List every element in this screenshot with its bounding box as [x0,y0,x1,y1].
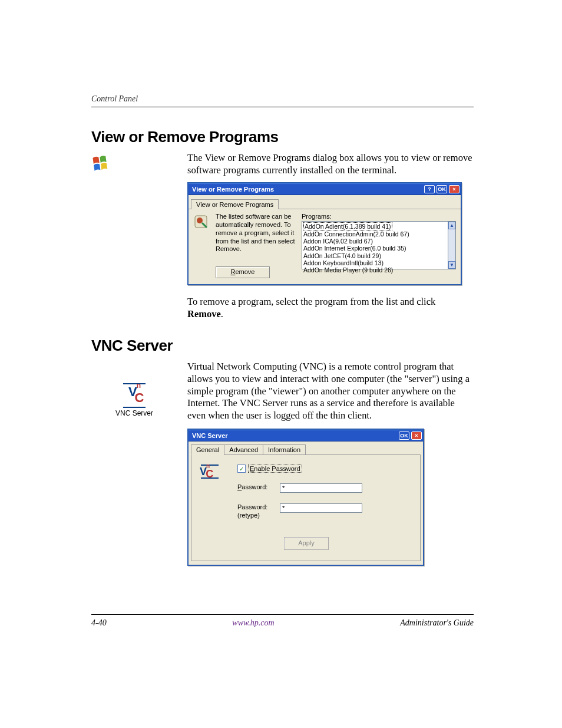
list-item[interactable]: Addon KeyboardIntl(build 13) [303,259,384,266]
footer-guide: Administrator's Guide [400,618,474,628]
ok-button[interactable]: OK [437,185,447,193]
windows-logo-icon [91,153,113,174]
programs-scrollbar[interactable]: ▲ ▼ [448,221,456,269]
section-heading-view-remove: View or Remove Programs [91,128,474,146]
page-number: 4-40 [91,618,107,628]
help-button[interactable]: ? [424,185,435,193]
programs-label: Programs: [302,213,456,220]
dialog1-title: View or Remove Programs [192,186,274,193]
close-button[interactable]: × [411,431,422,440]
ok-button[interactable]: OK [399,431,409,440]
section2-para1: Virtual Network Computing (VNC) is a rem… [187,361,474,421]
list-item[interactable]: AddOn Internet Explorer(6.0 build 35) [303,245,406,252]
password-retype-field[interactable]: * [280,503,362,513]
vnc-server-icon: Vn C VNC Server [108,383,161,417]
scroll-up-button[interactable]: ▲ [448,222,455,229]
page-footer: 4-40 www.hp.com Administrator's Guide [91,614,474,628]
close-button[interactable]: × [449,185,459,193]
tab-advanced[interactable]: Advanced [224,444,263,455]
vnc-server-dialog: VNC Server OK × GeneralAdvancedInformati… [187,429,424,565]
programs-listbox[interactable]: AddOn Adient(6.1.389 build 41) AddOn Con… [302,221,448,269]
scroll-down-button[interactable]: ▼ [448,261,455,269]
list-item[interactable]: AddOn Media Player (9 build 26) [303,266,393,274]
apply-button: Apply [284,537,329,550]
list-item[interactable]: AddOn JetCET(4.0 build 29) [303,252,381,259]
dialog2-titlebar: VNC Server OK × [189,430,423,442]
section1-para1: The View or Remove Programs dialog box a… [187,152,474,176]
password-label: Password: [237,483,272,491]
vnc-icon-caption: VNC Server [108,409,161,417]
list-item[interactable]: Addon ICA(9.02 build 67) [303,238,373,245]
dialog2-title: VNC Server [192,432,228,439]
section-heading-vnc: VNC Server [91,337,474,355]
view-remove-programs-dialog: View or Remove Programs ? OK × View or R… [187,182,462,285]
list-item[interactable]: AddOn ConnectionAdmin(2.0 build 67) [303,230,409,238]
tab-information[interactable]: Information [263,444,306,455]
enable-password-checkbox[interactable]: ✓ [237,465,246,473]
dialog1-titlebar: View or Remove Programs ? OK × [189,183,461,195]
list-item[interactable]: AddOn Adient(6.1.389 build 41) [303,222,392,230]
running-head: Control Panel [91,94,474,107]
tab-general[interactable]: General [191,444,224,455]
enable-password-label: Enable Password [248,465,302,473]
section1-para2: To remove a program, select the program … [187,296,474,320]
dialog1-description: The listed software can be automatically… [216,213,297,253]
tab-view-remove[interactable]: View or Remove Programs [191,199,279,209]
vnc-logo-icon: VnC [200,465,220,519]
password-retype-label: Password: (retype) [237,503,272,519]
remove-button[interactable]: Remove [216,266,270,278]
footer-url: www.hp.com [232,618,274,628]
add-remove-icon [193,213,211,278]
password-field[interactable]: * [280,483,362,493]
svg-point-1 [197,218,203,223]
